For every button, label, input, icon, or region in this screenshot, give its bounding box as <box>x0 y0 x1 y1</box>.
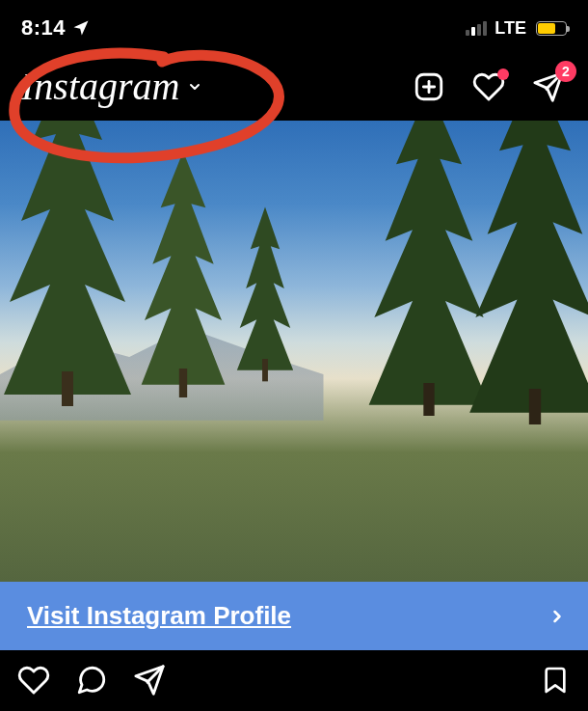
chevron-down-icon <box>187 79 202 95</box>
like-button[interactable] <box>17 664 50 697</box>
status-bar: 8:14 LTE <box>0 0 588 46</box>
network-label: LTE <box>494 18 526 39</box>
instagram-logo[interactable]: Instagram <box>17 64 202 109</box>
battery-icon <box>536 21 567 36</box>
instagram-logo-text: Instagram <box>21 64 179 109</box>
status-left: 8:14 <box>21 15 91 41</box>
photo-tree <box>135 147 231 397</box>
activity-badge-dot <box>497 68 509 80</box>
comment-button[interactable] <box>75 664 108 697</box>
svg-rect-7 <box>262 359 268 381</box>
post-action-bar <box>0 650 588 704</box>
cell-signal-icon <box>466 21 487 36</box>
dm-badge-count: 2 <box>555 61 576 82</box>
svg-rect-5 <box>62 371 73 406</box>
share-button[interactable] <box>133 664 166 697</box>
feed-photo[interactable] <box>0 121 588 582</box>
svg-rect-6 <box>179 369 187 397</box>
chevron-right-icon <box>548 603 567 630</box>
svg-rect-8 <box>423 383 434 416</box>
activity-button[interactable] <box>472 70 505 103</box>
status-right: LTE <box>466 18 567 39</box>
photo-tree <box>231 195 299 388</box>
banner-text: Visit Instagram Profile <box>27 601 291 631</box>
create-post-button[interactable] <box>413 70 445 103</box>
svg-rect-9 <box>529 389 541 424</box>
photo-tree <box>0 121 154 406</box>
save-button[interactable] <box>540 665 571 696</box>
location-icon <box>71 18 91 38</box>
clock-time: 8:14 <box>21 15 66 41</box>
app-header: Instagram 2 <box>0 46 588 121</box>
photo-tree <box>453 121 588 424</box>
profile-link-banner[interactable]: Visit Instagram Profile <box>0 582 588 650</box>
direct-messages-button[interactable]: 2 <box>532 70 565 103</box>
header-actions: 2 <box>413 70 565 103</box>
